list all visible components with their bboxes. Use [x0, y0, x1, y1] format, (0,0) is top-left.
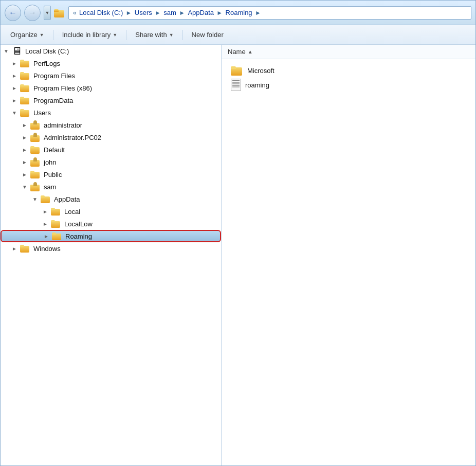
breadcrumb-sep-1: ► — [124, 9, 134, 16]
breadcrumb-appdata[interactable]: AppData — [188, 9, 214, 16]
roaming-expand[interactable]: ► — [43, 232, 50, 240]
breadcrumb-sep-3: ► — [177, 9, 187, 16]
tree-item-users[interactable]: ▼ Users — [1, 106, 221, 119]
toolbar-separator-2 — [126, 30, 126, 40]
tree-item-appdata[interactable]: ▼ AppData — [1, 193, 221, 205]
program-files-label: Program Files — [33, 72, 75, 80]
organize-button[interactable]: Organize ▼ — [5, 28, 50, 41]
programdata-expand[interactable]: ► — [11, 97, 18, 104]
include-in-library-label: Include in library — [62, 31, 111, 39]
forward-button[interactable]: → — [24, 5, 41, 21]
program-files-folder-icon — [20, 71, 30, 80]
nav-dropdown[interactable]: ▼ — [44, 6, 51, 20]
john-expand[interactable]: ► — [21, 158, 28, 166]
administrator-pc02-label: Administrator.PC02 — [44, 134, 101, 141]
tree-item-local[interactable]: ► Local — [1, 205, 221, 218]
administrator-pc02-expand[interactable]: ► — [21, 134, 28, 141]
default-label: Default — [44, 146, 65, 154]
tree-item-program-files[interactable]: ► Program Files — [1, 69, 221, 82]
windows-folder-icon — [20, 244, 30, 253]
tree-root-label: Local Disk (C:) — [25, 47, 69, 55]
right-content: Microsoft roaming — [222, 59, 475, 465]
share-with-button[interactable]: Share with ▼ — [130, 28, 179, 41]
users-expand[interactable]: ▼ — [11, 109, 18, 116]
file-item-roaming[interactable]: roaming — [228, 78, 469, 92]
tree-item-administrator[interactable]: ► administrator — [1, 119, 221, 131]
local-label: Local — [64, 208, 80, 216]
drive-icon: 🖥 — [12, 45, 22, 57]
programdata-label: ProgramData — [33, 97, 73, 104]
program-files-x86-label: Program Files (x86) — [33, 84, 92, 92]
new-folder-button[interactable]: New folder — [186, 28, 229, 41]
tree-item-john[interactable]: ► john — [1, 156, 221, 168]
tree-item-windows[interactable]: ► Windows — [1, 242, 221, 255]
public-label: Public — [44, 171, 62, 178]
tree-item-program-files-x86[interactable]: ► Program Files (x86) — [1, 82, 221, 94]
include-dropdown-arrow: ▼ — [113, 32, 117, 38]
organize-label: Organize — [10, 31, 38, 39]
tree-item-administrator-pc02[interactable]: ► Administrator.PC02 — [1, 131, 221, 144]
explorer-window: ← → ▼ « Local Disk (C:) ► Users ► sam ► … — [0, 0, 476, 466]
new-folder-label: New folder — [192, 31, 224, 39]
include-in-library-button[interactable]: Include in library ▼ — [57, 28, 123, 41]
programdata-folder-icon — [20, 96, 30, 104]
public-expand[interactable]: ► — [21, 171, 28, 178]
path-folder-icon — [54, 8, 65, 17]
windows-expand[interactable]: ► — [11, 245, 18, 252]
program-files-expand[interactable]: ► — [11, 72, 18, 79]
toolbar-separator-3 — [182, 30, 183, 40]
tree-item-perflogs[interactable]: ► PerfLogs — [1, 57, 221, 69]
john-label: john — [44, 158, 57, 166]
tree-item-locallow[interactable]: ► LocalLow — [1, 218, 221, 230]
perflogs-expand[interactable]: ► — [11, 60, 18, 67]
perflogs-folder-icon — [20, 59, 30, 67]
tree-item-default[interactable]: ► Default — [1, 144, 221, 156]
roaming-doc-icon — [231, 79, 241, 91]
program-files-x86-folder-icon — [20, 84, 30, 92]
sam-expand[interactable]: ▼ — [21, 183, 28, 190]
share-dropdown-arrow: ▼ — [169, 32, 174, 38]
tree-item-programdata[interactable]: ► ProgramData — [1, 94, 221, 106]
back-button[interactable]: ← — [5, 5, 21, 21]
breadcrumb-sep-2: ► — [153, 9, 163, 16]
file-item-microsoft[interactable]: Microsoft — [228, 63, 469, 78]
roaming-folder-icon — [52, 232, 62, 240]
sort-arrow: ▲ — [248, 49, 253, 55]
tree-item-public[interactable]: ► Public — [1, 168, 221, 181]
tree-panel[interactable]: ▼ 🖥 Local Disk (C:) ► PerfLogs ► Program… — [1, 45, 222, 465]
breadcrumb[interactable]: « Local Disk (C:) ► Users ► sam ► AppDat… — [68, 6, 471, 20]
share-with-label: Share with — [135, 31, 167, 39]
locallow-folder-icon — [51, 220, 61, 228]
sam-folder-icon — [30, 182, 41, 191]
tree-item-roaming[interactable]: ► Roaming — [1, 230, 221, 242]
administrator-folder-icon — [30, 120, 41, 130]
appdata-folder-icon — [41, 195, 51, 203]
windows-label: Windows — [33, 245, 61, 253]
right-panel-header: Name ▲ — [222, 45, 475, 59]
organize-dropdown-arrow: ▼ — [40, 32, 44, 38]
breadcrumb-users[interactable]: Users — [135, 9, 152, 16]
breadcrumb-sam[interactable]: sam — [163, 9, 176, 16]
public-folder-icon — [30, 170, 41, 178]
perflogs-label: PerfLogs — [33, 60, 60, 67]
john-folder-icon — [30, 157, 41, 167]
breadcrumb-sep-0: « — [73, 9, 78, 16]
appdata-expand[interactable]: ▼ — [31, 195, 39, 203]
administrator-expand[interactable]: ► — [21, 121, 28, 129]
default-expand[interactable]: ► — [21, 146, 28, 153]
tree-item-sam[interactable]: ▼ sam — [1, 181, 221, 193]
root-expand-icon[interactable]: ▼ — [3, 47, 10, 55]
default-folder-icon — [30, 146, 41, 154]
local-expand[interactable]: ► — [42, 208, 49, 215]
name-column-header[interactable]: Name — [228, 48, 246, 56]
locallow-expand[interactable]: ► — [42, 220, 49, 227]
sam-label: sam — [44, 183, 57, 191]
breadcrumb-local-disk[interactable]: Local Disk (C:) — [79, 9, 123, 16]
breadcrumb-sep-4: ► — [215, 9, 225, 16]
users-folder-icon — [20, 109, 30, 117]
program-files-x86-expand[interactable]: ► — [11, 84, 18, 92]
toolbar-separator-1 — [53, 30, 53, 40]
breadcrumb-roaming[interactable]: Roaming — [226, 9, 252, 16]
roaming-file-label: roaming — [245, 81, 269, 89]
tree-root[interactable]: ▼ 🖥 Local Disk (C:) — [1, 45, 221, 57]
